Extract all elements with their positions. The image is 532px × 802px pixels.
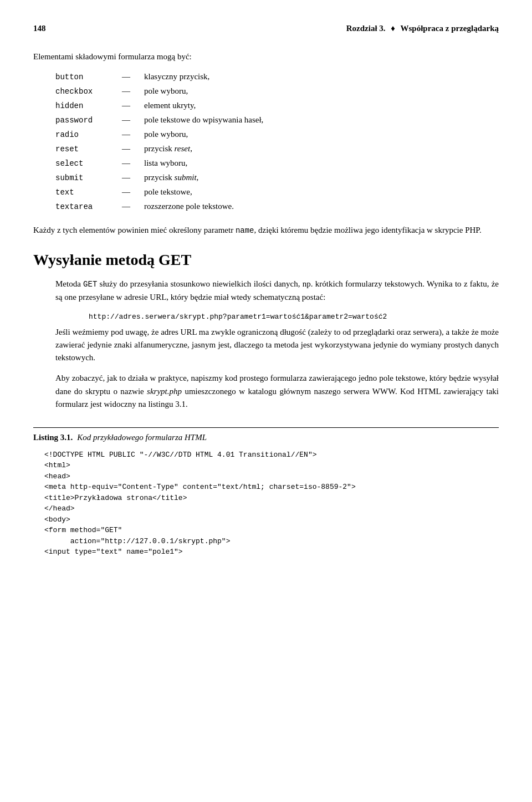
list-item: hidden— element ukryty, (55, 99, 499, 112)
element-description: lista wyboru, (144, 157, 187, 170)
element-description: klasyczny przycisk, (144, 70, 209, 83)
chapter-title: Rozdział 3. ♦ Współpraca z przeglądarką (346, 22, 499, 35)
element-code: hidden (55, 100, 122, 112)
list-item: reset— przycisk reset, (55, 142, 499, 155)
element-dash: — (122, 70, 139, 83)
element-code: reset (55, 144, 122, 155)
list-item: text— pole tekstowe, (55, 186, 499, 198)
element-code: text (55, 187, 122, 198)
url-example: http://adres.serwera/skrypt.php?parametr… (89, 311, 499, 323)
diamond-icon: ♦ (391, 24, 395, 33)
listing-title: Kod przykładowego formularza HTML (77, 431, 207, 444)
section-paragraph-2: Jeśli weźmiemy pod uwagę, że adres URL m… (55, 326, 499, 365)
element-dash: — (122, 99, 139, 112)
list-item: select— lista wyboru, (55, 157, 499, 170)
note-paragraph: Każdy z tych elementów powinien mieć okr… (33, 224, 499, 237)
page-header: 148 Rozdział 3. ♦ Współpraca z przegląda… (33, 22, 499, 35)
section-body: Metoda GET służy do przesyłania stosunko… (55, 278, 499, 411)
element-code: password (55, 115, 122, 126)
element-code: radio (55, 129, 122, 141)
element-code: button (55, 71, 122, 83)
element-dash: — (122, 186, 139, 198)
element-code: select (55, 158, 122, 170)
list-item: radio— pole wyboru, (55, 128, 499, 141)
element-description: pole wyboru, (144, 128, 188, 141)
section-paragraph-1: Metoda GET służy do przesyłania stosunko… (55, 278, 499, 304)
element-dash: — (122, 200, 139, 213)
list-item: submit— przycisk submit, (55, 171, 499, 184)
listing-header: Listing 3.1. Kod przykładowego formularz… (33, 427, 499, 444)
element-description: pole wyboru, (144, 85, 188, 98)
listing-label: Listing 3.1. (33, 431, 73, 444)
chapter-name: Współpraca z przeglądarką (401, 24, 499, 33)
intro-text: Elementami składowymi formularza mogą by… (33, 50, 499, 63)
element-description: pole tekstowe, (144, 186, 192, 198)
element-description: przycisk reset, (144, 142, 192, 155)
list-item: button— klasyczny przycisk, (55, 70, 499, 83)
element-dash: — (122, 85, 139, 98)
element-code: textarea (55, 201, 122, 213)
element-description: przycisk submit, (144, 171, 198, 184)
element-dash: — (122, 157, 139, 170)
element-code: checkbox (55, 86, 122, 98)
element-dash: — (122, 171, 139, 184)
listing-code: <!DOCTYPE HTML PUBLIC "-//W3C//DTD HTML … (33, 449, 499, 558)
element-description: rozszerzone pole tekstowe. (144, 200, 234, 213)
page: 148 Rozdział 3. ♦ Współpraca z przegląda… (0, 0, 532, 580)
list-item: textarea— rozszerzone pole tekstowe. (55, 200, 499, 213)
list-item: checkbox— pole wyboru, (55, 85, 499, 98)
element-dash: — (122, 142, 139, 155)
chapter-label: Rozdział 3. (346, 24, 386, 33)
element-description: pole tekstowe do wpisywania haseł, (144, 114, 263, 126)
element-dash: — (122, 128, 139, 141)
element-description: element ukryty, (144, 99, 196, 112)
page-number: 148 (33, 22, 46, 35)
element-dash: — (122, 114, 139, 126)
elements-list: button— klasyczny przycisk,checkbox— pol… (55, 70, 499, 213)
element-code: submit (55, 172, 122, 184)
section-paragraph-3: Aby zobaczyć, jak to działa w praktyce, … (55, 372, 499, 411)
list-item: password— pole tekstowe do wpisywania ha… (55, 114, 499, 126)
section-heading: Wysyłanie metodą GET (33, 251, 499, 269)
